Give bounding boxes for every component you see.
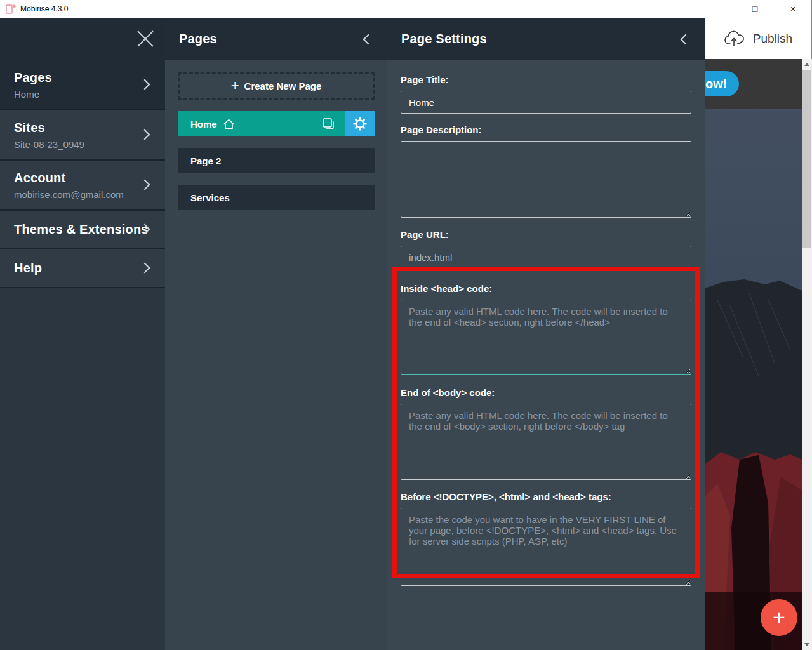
page-settings-title: Page Settings — [401, 32, 487, 46]
site-preview: ow! + — [705, 59, 802, 650]
scroll-up-button[interactable] — [802, 59, 812, 70]
publish-label: Publish — [753, 32, 792, 46]
before-doctype-label: Before <!DOCTYPE>, <html> and <head> tag… — [401, 491, 691, 502]
inside-head-code-label: Inside <head> code: — [401, 283, 691, 294]
preview-cta-button[interactable]: ow! — [705, 71, 739, 96]
sidebar-item-label: Pages — [14, 70, 151, 85]
window-title: Mobirise 4.3.0 — [20, 4, 68, 13]
main-sidebar: Pages Home Sites Site-08-23_0949 Account… — [0, 18, 165, 650]
app-window: Mobirise 4.3.0 — □ × Pages Home Sites Si… — [0, 0, 812, 650]
home-icon — [223, 119, 235, 129]
scroll-down-button[interactable] — [802, 639, 812, 650]
sidebar-item-sublabel: Site-08-23_0949 — [14, 139, 151, 150]
before-doctype-textarea[interactable] — [401, 508, 691, 586]
pages-panel: Pages + Create New Page Home — [165, 18, 387, 650]
page-name: Services — [190, 192, 230, 203]
minimize-button[interactable]: — — [707, 4, 726, 14]
create-new-page-label: Create New Page — [244, 81, 322, 91]
page-description-textarea[interactable] — [401, 141, 691, 218]
pages-panel-header: Pages — [165, 18, 387, 60]
plus-icon: + — [231, 79, 239, 93]
page-row-page2[interactable]: Page 2 — [178, 148, 375, 173]
page-name: Home — [190, 119, 217, 129]
preview-scrollbar[interactable] — [802, 59, 812, 650]
sidebar-item-label: Help — [14, 261, 151, 275]
sidebar-item-sites[interactable]: Sites Site-08-23_0949 — [0, 110, 165, 161]
create-new-page-button[interactable]: + Create New Page — [178, 72, 375, 100]
app-icon — [5, 3, 17, 15]
page-row-home[interactable]: Home — [178, 111, 375, 136]
page-settings-gear-button[interactable] — [345, 111, 375, 136]
scroll-up-icon — [804, 63, 809, 66]
maximize-button[interactable]: □ — [745, 4, 764, 14]
page-settings-panel: Page Settings Page Title: Page Descripti… — [387, 18, 705, 650]
page-url-input[interactable] — [401, 246, 691, 269]
sidebar-item-label: Themes & Extensions — [14, 222, 151, 237]
scroll-down-icon — [804, 643, 809, 646]
preview-mountain-image — [705, 109, 802, 650]
sidebar-item-help[interactable]: Help — [0, 249, 165, 288]
sidebar-item-themes-extensions[interactable]: Themes & Extensions — [0, 211, 165, 249]
window-titlebar: Mobirise 4.3.0 — □ × — [0, 0, 812, 18]
page-settings-header: Page Settings — [387, 18, 705, 60]
preview-cta-label: ow! — [705, 77, 727, 91]
close-icon[interactable] — [136, 29, 155, 48]
page-row-services[interactable]: Services — [178, 185, 375, 210]
close-button[interactable]: × — [783, 4, 802, 14]
page-description-label: Page Description: — [401, 124, 691, 135]
publish-button[interactable]: Publish — [705, 18, 812, 59]
scrollbar-thumb[interactable] — [802, 70, 811, 248]
page-name: Page 2 — [190, 156, 221, 166]
plus-icon: + — [773, 606, 785, 628]
page-url-label: Page URL: — [401, 229, 691, 240]
chevron-left-icon[interactable] — [363, 34, 374, 44]
page-title-input[interactable] — [401, 91, 691, 114]
cloud-upload-icon — [724, 30, 747, 48]
sidebar-item-label: Account — [14, 171, 151, 185]
sidebar-item-sublabel: Home — [14, 89, 151, 100]
sidebar-item-pages[interactable]: Pages Home — [0, 60, 165, 110]
end-body-code-label: End of <body> code: — [401, 387, 691, 398]
chevron-left-icon[interactable] — [681, 34, 691, 44]
copy-page-icon[interactable] — [321, 117, 336, 131]
page-title-label: Page Title: — [401, 74, 691, 85]
end-body-code-textarea[interactable] — [401, 404, 691, 480]
sidebar-item-sublabel: mobirise.com@gmail.com — [14, 189, 151, 200]
sidebar-item-account[interactable]: Account mobirise.com@gmail.com — [0, 161, 165, 211]
gear-icon — [353, 117, 367, 131]
pages-panel-title: Pages — [179, 32, 217, 46]
sidebar-header — [0, 18, 165, 60]
sidebar-item-label: Sites — [14, 121, 151, 135]
add-block-button[interactable]: + — [761, 599, 797, 636]
inside-head-code-textarea[interactable] — [401, 300, 691, 375]
